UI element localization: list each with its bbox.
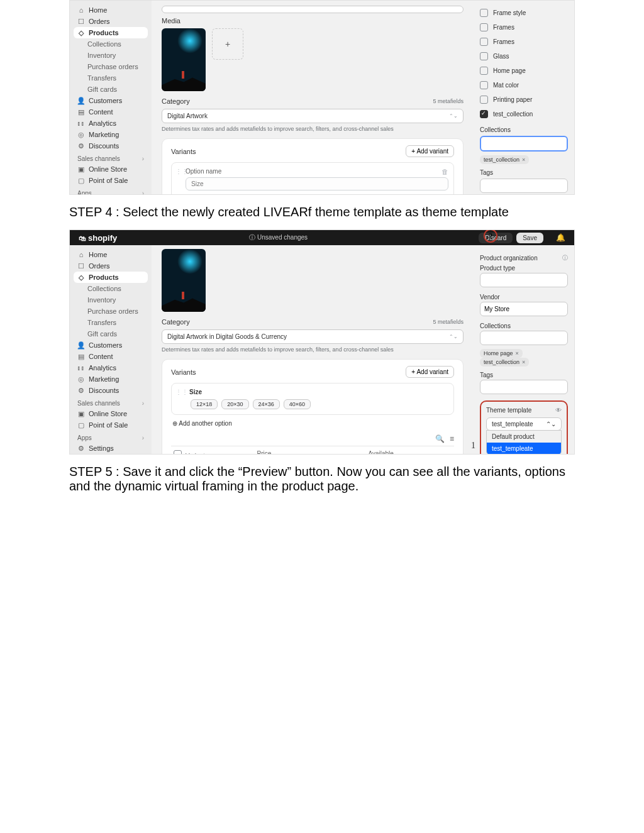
dropdown-option[interactable]: Default product bbox=[487, 431, 561, 443]
remove-tag-icon[interactable]: × bbox=[522, 157, 525, 163]
nav-online-store[interactable]: ▣Online Store bbox=[70, 163, 152, 175]
nav-analytics[interactable]: ⫾⫾Analytics bbox=[70, 118, 152, 129]
customers-icon: 👤 bbox=[77, 97, 85, 104]
checkbox-item[interactable]: Mat color bbox=[480, 78, 568, 92]
checkbox-item[interactable]: Home page bbox=[480, 63, 568, 78]
category-select[interactable]: Digital Artwork in Digital Goods & Curre… bbox=[162, 329, 464, 344]
remove-tag-icon[interactable]: × bbox=[522, 359, 525, 365]
nav-section-sales: Sales channels› bbox=[70, 396, 152, 408]
nav-orders[interactable]: ☐Orders bbox=[70, 16, 152, 27]
collections-input[interactable] bbox=[480, 331, 568, 345]
drag-icon[interactable]: ⋮⋮ bbox=[175, 168, 188, 175]
caret-icon: ⌃⌄ bbox=[449, 113, 458, 119]
metafields-count: 5 metafields bbox=[433, 98, 464, 104]
add-variant-button[interactable]: + Add variant bbox=[406, 145, 454, 157]
nav-gift-cards[interactable]: Gift cards bbox=[70, 328, 152, 339]
checkbox-item[interactable]: Glass bbox=[480, 49, 568, 63]
nav-label: Point of Sale bbox=[89, 177, 128, 184]
step-4-heading: STEP 4 : Select the newly created LIVEAR… bbox=[0, 195, 644, 229]
tags-input[interactable] bbox=[480, 179, 568, 193]
nav-section-apps: Apps› bbox=[70, 186, 152, 195]
nav-marketing[interactable]: ◎Marketing bbox=[70, 373, 152, 385]
nav-content[interactable]: ▤Content bbox=[70, 106, 152, 118]
nav-purchase-orders[interactable]: Purchase orders bbox=[70, 61, 152, 72]
nav-label: Content bbox=[89, 108, 113, 116]
nav-marketing[interactable]: ◎Marketing bbox=[70, 129, 152, 140]
nav-transfers[interactable]: Transfers bbox=[70, 317, 152, 328]
nav-analytics[interactable]: ⫾⫾Analytics bbox=[70, 362, 152, 373]
eye-icon[interactable]: 👁 bbox=[555, 407, 562, 414]
size-chip[interactable]: 40×60 bbox=[284, 399, 311, 409]
nav-gift-cards[interactable]: Gift cards bbox=[70, 84, 152, 95]
chevron-right-icon[interactable]: › bbox=[142, 155, 144, 162]
nav-customers[interactable]: 👤Customers bbox=[70, 339, 152, 351]
checkbox-item[interactable]: Frame style bbox=[480, 6, 568, 20]
chevron-right-icon[interactable]: › bbox=[142, 190, 144, 195]
nav-home[interactable]: ⌂Home bbox=[70, 4, 152, 16]
checkbox-item[interactable]: Frames bbox=[480, 35, 568, 49]
nav-pos[interactable]: ▢Point of Sale bbox=[70, 175, 152, 186]
nav-collections[interactable]: Collections bbox=[70, 38, 152, 50]
chevron-right-icon[interactable]: › bbox=[142, 434, 144, 441]
checkbox-icon bbox=[480, 67, 488, 75]
search-icon[interactable]: 🔍 bbox=[435, 434, 445, 443]
nav-content[interactable]: ▤Content bbox=[70, 351, 152, 362]
checkbox-item[interactable]: Frames bbox=[480, 20, 568, 35]
size-chip[interactable]: 24×36 bbox=[253, 399, 280, 409]
marketing-icon: ◎ bbox=[77, 375, 85, 383]
title-input[interactable] bbox=[162, 6, 464, 13]
add-media-button[interactable]: + bbox=[212, 28, 243, 60]
nav-products[interactable]: ◇Products bbox=[74, 27, 148, 38]
collection-tag: Home page× bbox=[480, 349, 523, 358]
size-chip[interactable]: 12×18 bbox=[191, 399, 218, 409]
collection-tag: test_collection× bbox=[480, 358, 529, 367]
theme-template-select[interactable]: test_templeate⌃⌄ bbox=[486, 417, 562, 431]
nav-label: Gift cards bbox=[87, 86, 117, 93]
nav-customers[interactable]: 👤Customers bbox=[70, 95, 152, 106]
size-chip[interactable]: 20×30 bbox=[221, 399, 248, 409]
add-variant-button[interactable]: + Add variant bbox=[406, 366, 454, 378]
product-thumbnail[interactable] bbox=[162, 28, 206, 91]
orders-icon: ☐ bbox=[77, 18, 85, 25]
save-button[interactable]: Save bbox=[516, 233, 543, 243]
product-org-label: Product organizationⓘ bbox=[480, 254, 568, 262]
nav-online-store[interactable]: ▣Online Store bbox=[70, 408, 152, 419]
vendor-input[interactable] bbox=[480, 302, 568, 316]
caret-icon: ⌃⌄ bbox=[546, 421, 556, 428]
nav-transfers[interactable]: Transfers bbox=[70, 72, 152, 84]
checkbox-icon bbox=[480, 96, 488, 104]
delete-icon[interactable]: 🗑 bbox=[441, 168, 448, 175]
chevron-right-icon[interactable]: › bbox=[142, 400, 144, 407]
nav-collections[interactable]: Collections bbox=[70, 283, 152, 294]
nav-inventory[interactable]: Inventory bbox=[70, 294, 152, 306]
bell-icon[interactable]: 🔔 bbox=[556, 233, 565, 242]
option-box: ⋮⋮ 🗑 Option name Option values bbox=[171, 162, 454, 194]
nav-settings[interactable]: ⚙Settings bbox=[70, 443, 152, 454]
variants-card: Variants+ Add variant ⋮⋮ 🗑 Option name O… bbox=[162, 138, 464, 194]
checkbox-icon[interactable] bbox=[174, 450, 182, 454]
product-type-input[interactable] bbox=[480, 273, 568, 287]
filter-icon[interactable]: ≡ bbox=[450, 434, 454, 443]
nav-pos[interactable]: ▢Point of Sale bbox=[70, 419, 152, 431]
collections-input[interactable] bbox=[480, 136, 568, 152]
add-another-option[interactable]: Add another option bbox=[171, 415, 454, 432]
drag-icon[interactable]: ⋮⋮ bbox=[175, 389, 188, 395]
nav-discounts[interactable]: ⚙Discounts bbox=[70, 140, 152, 152]
nav-discounts[interactable]: ⚙Discounts bbox=[70, 385, 152, 396]
size-label: Size bbox=[177, 389, 448, 395]
nav-products[interactable]: ◇Products bbox=[74, 272, 148, 283]
option-name-label: Option name bbox=[177, 168, 448, 175]
nav-orders[interactable]: ☐Orders bbox=[70, 260, 152, 272]
dropdown-option-selected[interactable]: test_templeate bbox=[487, 443, 561, 455]
nav-inventory[interactable]: Inventory bbox=[70, 50, 152, 61]
product-thumbnail[interactable] bbox=[162, 249, 206, 312]
category-select[interactable]: Digital Artwork⌃⌄ bbox=[162, 109, 464, 123]
tags-input[interactable] bbox=[480, 380, 568, 394]
analytics-icon: ⫾⫾ bbox=[77, 119, 85, 127]
remove-tag-icon[interactable]: × bbox=[516, 350, 519, 356]
nav-home[interactable]: ⌂Home bbox=[70, 249, 152, 260]
checkbox-item[interactable]: test_collection bbox=[480, 107, 568, 121]
nav-purchase-orders[interactable]: Purchase orders bbox=[70, 306, 152, 317]
checkbox-item[interactable]: Printing paper bbox=[480, 92, 568, 107]
option-name-input[interactable] bbox=[186, 177, 448, 190]
